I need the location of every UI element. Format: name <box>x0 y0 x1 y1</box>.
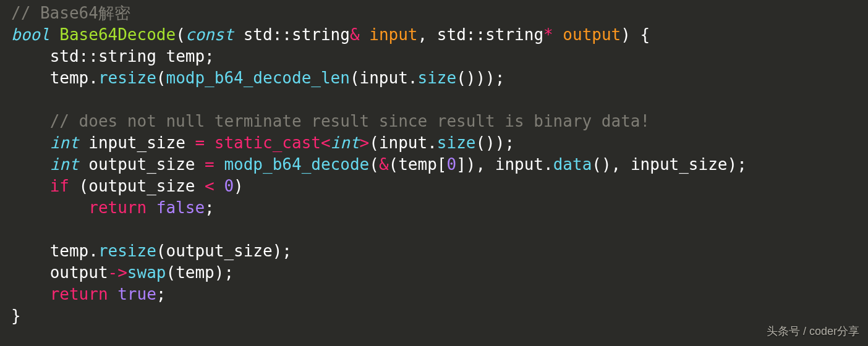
code-line: std::string temp; <box>11 47 215 65</box>
code-line: int output_size = modp_b64_decode(&(temp… <box>11 155 747 174</box>
code-line: return false; <box>11 198 215 217</box>
code-block: // Base64解密 bool Base64Decode(const std:… <box>0 0 868 327</box>
code-line: if (output_size < 0) <box>11 177 244 195</box>
code-line: temp.resize(output_size); <box>11 242 292 260</box>
code-line: output->swap(temp); <box>11 263 234 282</box>
code-line: temp.resize(modp_b64_decode_len(input.si… <box>11 69 504 87</box>
code-line: bool Base64Decode(const std::string& inp… <box>11 25 650 44</box>
comment: // does not null terminate result since … <box>50 112 650 130</box>
code-line: return true; <box>11 285 166 303</box>
code-line: } <box>11 306 21 325</box>
code-line: // does not null terminate result since … <box>11 112 650 130</box>
code-line: // Base64解密 <box>11 4 130 22</box>
function-name: Base64Decode <box>59 25 176 44</box>
code-line: int input_size = static_cast<int>(input.… <box>11 133 514 152</box>
comment: // Base64解密 <box>11 4 130 22</box>
watermark: 头条号 / coder分享 <box>767 321 859 342</box>
